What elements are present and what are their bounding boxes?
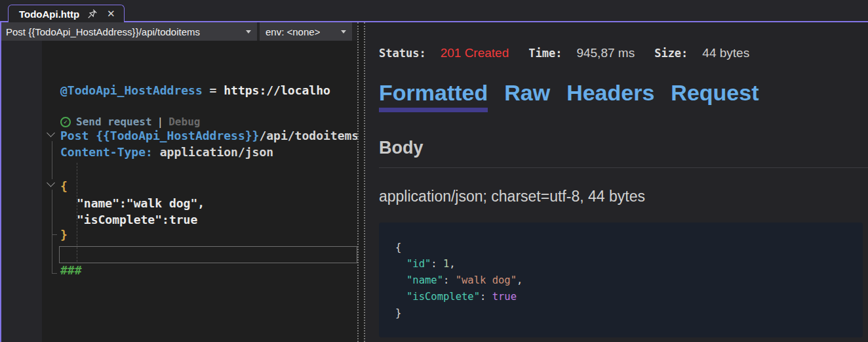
tab-headers[interactable]: Headers — [566, 80, 654, 112]
editor-line-request: Post {{TodoApi_HostAddress}}/api/todoite… — [60, 128, 357, 144]
send-request-link[interactable]: Send request — [76, 116, 152, 128]
chevron-down-icon — [246, 30, 251, 33]
pane-splitter[interactable] — [357, 22, 365, 342]
environment-selector-dropdown[interactable]: env: <none> — [260, 22, 352, 41]
check-circle-icon — [60, 117, 71, 127]
outline-guide-corner — [52, 234, 57, 235]
body-section-heading: Body — [379, 138, 424, 158]
json-iscomplete-value: true — [492, 291, 517, 303]
variable-name: @TodoApi_HostAddress — [60, 83, 203, 97]
time-group: Time:945,87 ms — [528, 46, 635, 60]
tab-title: TodoApi.http — [19, 9, 79, 20]
json-close-brace: } — [395, 307, 401, 319]
codelens-actions: Send request | Debug — [60, 116, 200, 128]
editor-gutter — [1, 41, 42, 342]
tab-request[interactable]: Request — [671, 80, 759, 112]
time-value: 945,87 ms — [576, 46, 635, 60]
header-name: Content-Type: — [60, 145, 153, 159]
size-group: Size:44 bytes — [654, 46, 749, 60]
response-panel: Status:201 Created Time:945,87 ms Size:4… — [365, 22, 868, 342]
http-editor[interactable]: @TodoApi_HostAddress = https://localho S… — [0, 41, 357, 342]
status-label: Status: — [379, 47, 426, 60]
outline-guide-corner — [52, 273, 57, 274]
editor-json-iscomplete-line: "isComplete":true — [77, 212, 197, 228]
app-window: TodoApi.http ✕ Post {{TodoApi_HostAddres… — [0, 0, 868, 342]
http-toolbar: Post {{TodoApi_HostAddress}}/api/todoite… — [0, 22, 357, 41]
caret-line-highlight — [59, 246, 357, 263]
header-value: application/json — [153, 145, 273, 159]
size-label: Size: — [654, 47, 688, 60]
debug-link[interactable]: Debug — [168, 116, 200, 128]
tab-formatted[interactable]: Formatted — [379, 80, 488, 112]
variable-value: https://localho — [224, 83, 330, 97]
time-label: Time: — [528, 47, 562, 60]
json-id-key: "id" — [406, 258, 431, 270]
outline-guide — [52, 141, 52, 179]
window-accent-edge — [0, 22, 1, 342]
host-variable: {{TodoApi_HostAddress}} — [96, 129, 259, 142]
request-selector-value: Post {{TodoApi_HostAddress}}/api/todoite… — [6, 26, 200, 37]
editor-json-name-line: "name":"walk dog", — [77, 196, 205, 211]
size-value: 44 bytes — [702, 46, 749, 60]
environment-selector-value: env: <none> — [266, 26, 320, 37]
json-id-value: 1 — [443, 258, 449, 270]
json-iscomplete-key: "isComplete" — [406, 291, 480, 303]
http-method: Post — [60, 129, 96, 142]
status-value: 201 Created — [441, 46, 509, 60]
content-type-summary: application/json; charset=utf-8, 44 byte… — [379, 188, 645, 205]
editor-line-header: Content-Type: application/json — [60, 144, 273, 160]
json-name-key: "name" — [406, 274, 443, 286]
json-name-value: "walk dog" — [456, 274, 517, 286]
document-tab-bar: TodoApi.http ✕ — [0, 0, 868, 22]
response-tabs: Formatted Raw Headers Request — [379, 80, 759, 112]
section-divider — [379, 167, 868, 168]
outline-guide — [52, 190, 52, 274]
fold-chevron-icon[interactable] — [47, 179, 55, 187]
response-json-body: {"id": 1,"name": "walk dog","isComplete"… — [379, 223, 863, 337]
editor-close-brace: } — [60, 227, 68, 243]
chevron-down-icon — [341, 30, 346, 33]
status-group: Status:201 Created — [379, 46, 509, 60]
json-open-brace: { — [395, 242, 401, 253]
tab-todoapi-http[interactable]: TodoApi.http ✕ — [8, 5, 125, 22]
codelens-separator: | — [157, 116, 164, 128]
editor-open-brace: { — [60, 179, 68, 194]
request-path: /api/todoitems — [259, 129, 357, 142]
response-status-row: Status:201 Created Time:945,87 ms Size:4… — [379, 46, 749, 60]
close-icon[interactable]: ✕ — [106, 9, 116, 19]
tab-raw[interactable]: Raw — [504, 80, 550, 112]
pin-icon[interactable] — [87, 9, 98, 19]
request-selector-dropdown[interactable]: Post {{TodoApi_HostAddress}}/api/todoite… — [0, 22, 257, 41]
fold-chevron-icon[interactable] — [47, 129, 55, 137]
request-separator: ### — [60, 263, 82, 278]
editor-line-variable: @TodoApi_HostAddress = https://localho — [60, 83, 330, 98]
